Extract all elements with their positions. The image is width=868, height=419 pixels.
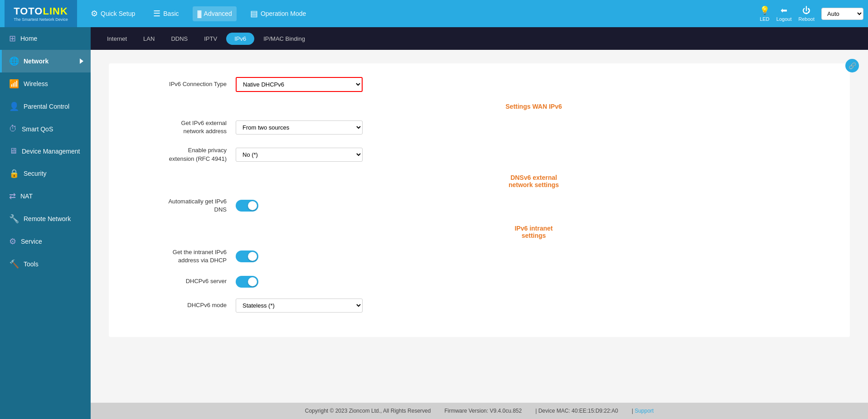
- sidebar-item-security[interactable]: 🔒 Security: [0, 162, 91, 185]
- footer-firmware: Firmware Version: V9.4.0cu.852: [444, 408, 522, 414]
- dhcpv6-server-row: DHCPv6 server: [127, 276, 832, 288]
- sub-navigation: Internet LAN DDNS IPTV IPv6 IP/MAC Bindi…: [91, 27, 868, 50]
- toggle-thumb: [248, 201, 257, 210]
- tab-ipmac-binding[interactable]: IP/MAC Binding: [256, 32, 312, 46]
- nav-quick-setup[interactable]: ⚙ Quick Setup: [86, 6, 140, 21]
- main-layout: ⊞ Home 🌐 Network 📶 Wireless 👤 Parental C…: [0, 27, 868, 419]
- section2-title: DNSv6 externalnetwork settings: [236, 174, 832, 188]
- get-intranet-ipv6-toggle[interactable]: [236, 250, 258, 262]
- sidebar-arrow: [80, 58, 83, 64]
- ipv6-connection-type-control: Native DHCPv6 Static IPv6 DHCPv6 6to4 6i…: [236, 77, 363, 92]
- main-content: 🔗 IPv6 Connection Type Native DHCPv6 Sta…: [91, 50, 868, 403]
- logo-brand: TOTOLINK: [14, 5, 68, 17]
- dhcpv6-mode-row: DHCPv6 mode Stateless (*) Stateful: [127, 299, 832, 313]
- logo-toto: TOTO: [14, 5, 43, 17]
- dhcpv6-server-control: [236, 276, 258, 288]
- network-icon: 🌐: [9, 56, 19, 66]
- tab-ipv6[interactable]: IPv6: [226, 33, 254, 45]
- sidebar-item-remote-network[interactable]: 🔧 Remote Network: [0, 207, 91, 230]
- home-icon: ⊞: [9, 34, 16, 43]
- tab-iptv[interactable]: IPTV: [197, 32, 224, 46]
- tab-internet[interactable]: Internet: [100, 32, 134, 46]
- security-icon: 🔒: [9, 169, 19, 178]
- sidebar-item-tools[interactable]: 🔨 Tools: [0, 253, 91, 275]
- ipv6-connection-type-label: IPv6 Connection Type: [127, 80, 236, 88]
- nav-basic[interactable]: ☰ Basic: [149, 6, 183, 21]
- wireless-icon: 📶: [9, 79, 19, 89]
- gear-icon: ⚙: [91, 9, 98, 19]
- get-ipv6-external-row: Get IPv6 externalnetwork address From tw…: [127, 119, 832, 135]
- ipv6-connection-type-row: IPv6 Connection Type Native DHCPv6 Stati…: [127, 77, 832, 92]
- language-select[interactable]: Auto English: [821, 8, 863, 20]
- auto-ipv6-dns-row: Automatically get IPv6DNS: [127, 197, 832, 214]
- list-icon: ☰: [153, 9, 160, 19]
- footer-support-divider: | Support: [632, 408, 654, 414]
- footer-support-link[interactable]: Support: [635, 408, 654, 414]
- parental-icon: 👤: [9, 101, 19, 111]
- led-button[interactable]: 💡 LED: [760, 5, 770, 22]
- nav-operation-mode[interactable]: ▤ Operation Mode: [246, 6, 310, 21]
- nat-icon: ⇄: [9, 191, 16, 201]
- dhcpv6-mode-select[interactable]: Stateless (*) Stateful: [236, 299, 363, 313]
- enable-privacy-label: Enable privacyextension (RFC 4941): [127, 146, 236, 163]
- get-ipv6-external-control: From two sources From DHCPv6 From RA: [236, 120, 363, 135]
- reboot-button[interactable]: ⏻ Reboot: [799, 6, 815, 22]
- footer: Copyright © 2023 Zioncom Ltd., All Right…: [91, 403, 868, 419]
- nav-advanced[interactable]: ||| Advanced: [193, 6, 237, 21]
- sidebar-item-service[interactable]: ⚙ Service: [0, 230, 91, 253]
- logout-button[interactable]: ⬅ Logout: [776, 5, 792, 22]
- nav-items: ⚙ Quick Setup ☰ Basic ||| Advanced ▤ Ope…: [77, 6, 760, 21]
- logo-tagline: The Smartest Network Device: [14, 17, 68, 22]
- reboot-icon: ⏻: [802, 6, 810, 15]
- ipv6-connection-type-select[interactable]: Native DHCPv6 Static IPv6 DHCPv6 6to4 6i…: [236, 77, 363, 92]
- footer-copyright: Copyright © 2023 Zioncom Ltd., All Right…: [305, 408, 431, 414]
- tab-ddns[interactable]: DDNS: [164, 32, 195, 46]
- sidebar: ⊞ Home 🌐 Network 📶 Wireless 👤 Parental C…: [0, 27, 91, 419]
- auto-ipv6-dns-toggle[interactable]: [236, 200, 258, 212]
- auto-ipv6-dns-control: [236, 200, 258, 212]
- footer-mac: | Device MAC: 40:EE:15:D9:22:A0: [535, 408, 618, 414]
- toggle-track-dhcpv6: [236, 276, 258, 288]
- sidebar-item-wireless[interactable]: 📶 Wireless: [0, 72, 91, 95]
- enable-privacy-row: Enable privacyextension (RFC 4941) No (*…: [127, 146, 832, 163]
- device-icon: 🖥: [9, 146, 17, 156]
- get-ipv6-external-select[interactable]: From two sources From DHCPv6 From RA: [236, 120, 363, 135]
- logo: TOTOLINK The Smartest Network Device: [5, 0, 77, 27]
- auto-ipv6-dns-label: Automatically get IPv6DNS: [127, 197, 236, 214]
- get-intranet-ipv6-control: [236, 250, 258, 262]
- get-intranet-ipv6-label: Get the intranet IPv6address via DHCP: [127, 248, 236, 265]
- enable-privacy-control: No (*) Yes: [236, 148, 363, 162]
- qos-icon: ⏱: [9, 124, 17, 134]
- section1-title: Settings WAN IPv6: [236, 103, 832, 110]
- service-icon: ⚙: [9, 236, 16, 246]
- dhcpv6-mode-label: DHCPv6 mode: [127, 301, 236, 309]
- sidebar-item-device-management[interactable]: 🖥 Device Management: [0, 140, 91, 162]
- top-navigation: TOTOLINK The Smartest Network Device ⚙ Q…: [0, 0, 868, 27]
- enable-privacy-select[interactable]: No (*) Yes: [236, 148, 363, 162]
- sidebar-item-network[interactable]: 🌐 Network: [0, 50, 91, 72]
- remote-icon: 🔧: [9, 214, 19, 224]
- top-right-actions: 💡 LED ⬅ Logout ⏻ Reboot Auto English: [760, 5, 863, 22]
- get-ipv6-external-label: Get IPv6 externalnetwork address: [127, 119, 236, 135]
- form-section: IPv6 Connection Type Native DHCPv6 Stati…: [109, 63, 850, 337]
- sidebar-item-smart-qos[interactable]: ⏱ Smart QoS: [0, 118, 91, 140]
- toggle-track-intranet: [236, 250, 258, 262]
- sidebar-item-nat[interactable]: ⇄ NAT: [0, 185, 91, 207]
- dhcpv6-server-toggle[interactable]: [236, 276, 258, 288]
- section3-title: IPv6 intranetsettings: [236, 225, 832, 239]
- sliders-icon: |||: [197, 9, 201, 19]
- tab-lan[interactable]: LAN: [136, 32, 162, 46]
- toggle-thumb-dhcpv6: [248, 277, 257, 286]
- get-intranet-ipv6-row: Get the intranet IPv6address via DHCP: [127, 248, 832, 265]
- content-area: Internet LAN DDNS IPTV IPv6 IP/MAC Bindi…: [91, 27, 868, 419]
- tools-icon: 🔨: [9, 259, 19, 269]
- sidebar-item-parental-control[interactable]: 👤 Parental Control: [0, 95, 91, 118]
- dhcpv6-server-label: DHCPv6 server: [127, 277, 236, 285]
- logout-icon: ⬅: [781, 5, 787, 15]
- help-button[interactable]: 🔗: [845, 59, 859, 72]
- led-icon: 💡: [760, 5, 770, 15]
- operation-icon: ▤: [250, 9, 258, 19]
- logo-link: LINK: [43, 5, 68, 17]
- toggle-track: [236, 200, 258, 212]
- sidebar-item-home[interactable]: ⊞ Home: [0, 27, 91, 50]
